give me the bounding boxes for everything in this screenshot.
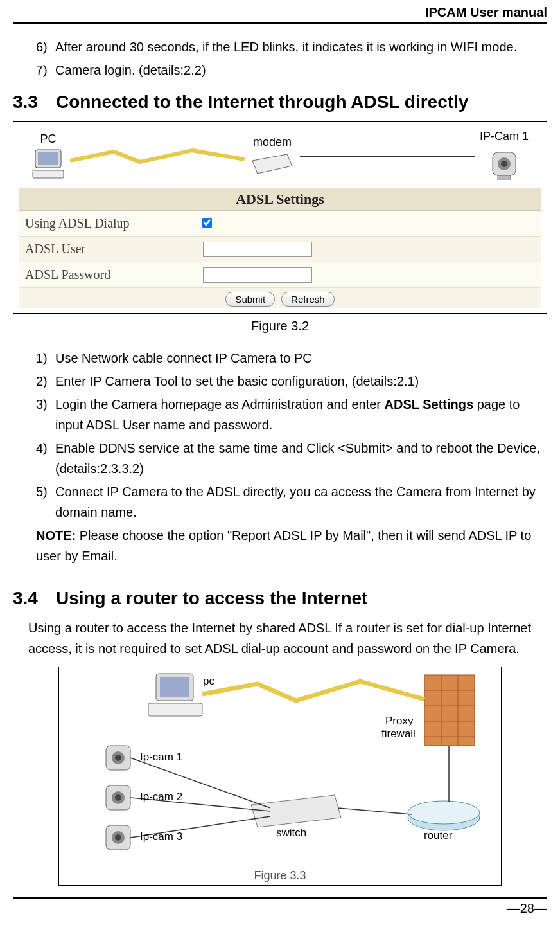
- note-text: Please choose the option "Report ADSL IP…: [36, 528, 531, 563]
- section-heading-3-3: 3.3 Connected to the Internet through AD…: [13, 92, 547, 112]
- section-number: 3.4: [13, 588, 38, 609]
- firewall-label-2: firewall: [381, 728, 416, 740]
- cam2-label: Ip-cam 2: [140, 791, 182, 803]
- svg-marker-3: [252, 154, 292, 174]
- figure-3-3-caption: Figure 3.3: [64, 869, 496, 884]
- adsl-password-input[interactable]: [203, 267, 312, 283]
- svg-rect-8: [498, 175, 511, 179]
- adsl-dialup-label: Using ADSL Dialup: [19, 211, 197, 236]
- bolt-icon: [70, 147, 245, 166]
- list-number: 1): [36, 348, 55, 368]
- list-text: Enter IP Camera Tool to set the basic co…: [55, 371, 547, 391]
- list-text: Connect IP Camera to the ADSL directly, …: [55, 481, 547, 523]
- adsl-password-label: ADSL Password: [19, 262, 197, 287]
- step-list-a: 6) After around 30 seconds, if the LED b…: [13, 37, 547, 80]
- adsl-button-row: Submit Refresh: [19, 288, 541, 308]
- pc-label: pc: [203, 675, 214, 688]
- page-footer: —28—: [13, 897, 547, 919]
- svg-rect-2: [33, 170, 64, 178]
- list-number: 2): [36, 371, 55, 391]
- list-text: Use Network cable connect IP Camera to P…: [55, 348, 547, 368]
- note-label: NOTE:: [36, 528, 76, 542]
- list-item: 1) Use Network cable connect IP Camera t…: [36, 348, 547, 368]
- modem-device: modem: [250, 136, 295, 176]
- note-block: NOTE: Please choose the option "Report A…: [13, 525, 547, 566]
- adsl-dialup-checkbox[interactable]: [202, 217, 212, 228]
- list-number: 3): [36, 394, 55, 435]
- figure-3-2-caption: Figure 3.2: [13, 319, 547, 334]
- refresh-button[interactable]: Refresh: [281, 292, 335, 307]
- section-heading-3-4: 3.4 Using a router to access the Interne…: [13, 588, 547, 609]
- modem-label: modem: [253, 136, 292, 149]
- list-item: 6) After around 30 seconds, if the LED b…: [36, 37, 547, 57]
- switch-label: switch: [276, 827, 306, 839]
- list-text: Camera login. (details:2.2): [55, 60, 547, 80]
- svg-rect-20: [160, 677, 189, 697]
- submit-button[interactable]: Submit: [225, 292, 275, 307]
- text-pre: Login the Camera homepage as Administrat…: [55, 397, 385, 411]
- adsl-row-user: ADSL User: [19, 237, 541, 262]
- firewall-label-1: Proxy: [385, 715, 413, 728]
- list-text: Login the Camera homepage as Administrat…: [55, 394, 547, 435]
- pc-label: PC: [40, 132, 56, 146]
- section-title: Using a router to access the Internet: [56, 588, 367, 609]
- figure-3-2-box: PC modem IP-Cam 1: [13, 121, 547, 314]
- text-bold: ADSL Settings: [385, 397, 474, 411]
- svg-line-34: [338, 808, 412, 814]
- cam1-label: Ip-cam 1: [140, 751, 182, 764]
- router-diagram-svg: [64, 670, 496, 853]
- svg-point-30: [115, 834, 121, 841]
- svg-point-24: [115, 755, 121, 761]
- router-label: router: [424, 829, 452, 842]
- adsl-user-label: ADSL User: [19, 237, 197, 262]
- pc-icon: [31, 148, 65, 179]
- figure-3-3-box: pc Ip-cam 1 Ip-cam 2 Ip-cam 3 switch rou…: [58, 667, 502, 886]
- step-list-b: 1) Use Network cable connect IP Camera t…: [13, 348, 547, 523]
- adsl-row-password: ADSL Password: [19, 262, 541, 288]
- svg-point-7: [501, 161, 507, 167]
- pc-device: PC: [31, 132, 65, 179]
- cable-icon: [300, 153, 475, 159]
- section-number: 3.3: [13, 92, 38, 112]
- svg-rect-1: [38, 152, 58, 165]
- list-number: 5): [36, 481, 55, 523]
- page-header: IPCAM User manual: [13, 0, 547, 24]
- section-3-4-paragraph: Using a router to access the Internet by…: [13, 618, 547, 659]
- list-item: 5) Connect IP Camera to the ADSL directl…: [36, 481, 547, 523]
- list-text: Enable DDNS service at the same time and…: [55, 438, 547, 479]
- list-text: After around 30 seconds, if the LED blin…: [55, 37, 547, 57]
- ipcam-label: IP-Cam 1: [480, 130, 529, 143]
- list-item: 4) Enable DDNS service at the same time …: [36, 438, 547, 479]
- ipcam-device: IP-Cam 1: [480, 130, 529, 182]
- svg-rect-9: [424, 675, 475, 746]
- list-item: 7) Camera login. (details:2.2): [36, 60, 547, 80]
- adsl-row-dialup: Using ADSL Dialup: [19, 211, 541, 237]
- adsl-user-input[interactable]: [203, 242, 312, 257]
- list-item: 3) Login the Camera homepage as Administ…: [36, 394, 547, 435]
- network-diagram-adsl: PC modem IP-Cam 1: [19, 127, 541, 188]
- list-item: 2) Enter IP Camera Tool to set the basic…: [36, 371, 547, 391]
- adsl-settings-title: ADSL Settings: [19, 188, 541, 211]
- list-number: 4): [36, 438, 55, 479]
- camera-icon: [486, 146, 522, 182]
- section-title: Connected to the Internet through ADSL d…: [56, 92, 468, 112]
- list-number: 6): [36, 37, 55, 57]
- adsl-settings-panel: ADSL Settings Using ADSL Dialup ADSL Use…: [19, 188, 541, 308]
- svg-marker-18: [251, 795, 341, 827]
- network-diagram-router: pc Ip-cam 1 Ip-cam 2 Ip-cam 3 switch rou…: [64, 670, 496, 869]
- modem-icon: [250, 152, 295, 176]
- page-number: —28—: [507, 901, 547, 915]
- svg-rect-21: [148, 703, 202, 716]
- svg-point-17: [408, 801, 480, 824]
- list-number: 7): [36, 60, 55, 80]
- doc-title: IPCAM User manual: [425, 5, 547, 19]
- svg-point-27: [115, 794, 121, 801]
- cam3-label: Ip-cam 3: [140, 830, 182, 843]
